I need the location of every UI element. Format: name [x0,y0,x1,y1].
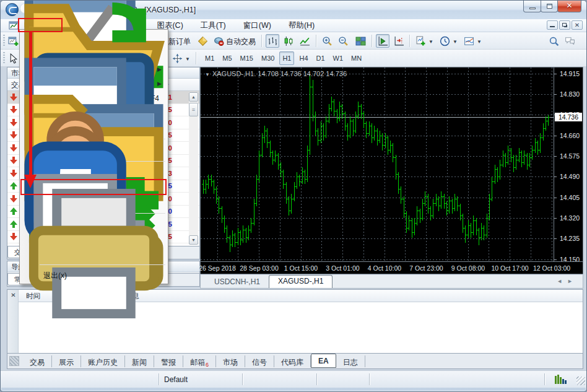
menu-item[interactable]: 窗口(W) [235,19,280,32]
chart-window[interactable]: 14.91514.83014.74514.66014.57514.49014.4… [200,67,583,274]
price-direction-arrow-icon [7,230,20,243]
time-tick-label: 4 Oct 10:00 [368,264,401,272]
time-tick-label: 7 Oct 23:00 [409,264,443,272]
toolbar-grip[interactable] [3,52,5,64]
tab-scroll-arrows[interactable]: ◄► [557,278,578,284]
annotation-box-file-menu [18,18,63,32]
timeframe-button[interactable]: H4 [296,51,311,65]
toolbar-grip[interactable] [3,35,5,47]
price-tick-label: 14.320 [560,214,580,222]
chart-document-icon [9,20,19,30]
mdi-minimize-button[interactable] [547,20,558,30]
chevron-down-icon[interactable]: ▼ [205,72,210,77]
menu-item[interactable]: 工具(T) [192,19,235,32]
mdi-restore-button[interactable] [559,20,570,30]
terminal-tab[interactable]: 市场 [216,355,245,367]
new-order-button[interactable]: 新订单 [168,37,191,47]
terminal-tab[interactable]: EA [311,354,336,368]
indicators-dropdown-icon[interactable]: ▼ [428,39,433,45]
terminal-tab[interactable]: 交易 [23,355,52,367]
terminal-tab[interactable]: 展示 [52,355,81,367]
app-logo-icon [6,3,19,16]
timeframe-bar: M1M5M15M30H1H4D1W1MN [202,51,365,65]
menu-item[interactable]: 帮助(H) [280,19,323,32]
restore-button[interactable] [541,1,558,12]
terminal-tab[interactable]: 日志 [336,355,365,367]
price-axis[interactable]: 14.91514.83014.74514.66014.57514.49014.4… [554,68,583,261]
price-direction-arrow-icon [7,167,20,180]
candlestick-mode-button[interactable] [282,34,295,48]
timeframe-button[interactable]: D1 [313,51,328,65]
panel-grip-icon[interactable] [9,356,19,366]
auto-scroll-button[interactable] [376,34,389,48]
price-tick-label: 14.830 [560,90,580,98]
file-menu-item[interactable] [20,246,168,261]
timeframe-button[interactable]: M5 [219,51,235,65]
mdi-restore-icon [562,23,567,27]
indicators-button[interactable] [414,34,427,48]
line-studies-button[interactable] [170,51,184,65]
templates-dropdown-icon[interactable]: ▼ [477,39,482,45]
timeframe-button[interactable]: M30 [258,51,277,65]
timeframe-button[interactable]: MN [348,51,365,65]
autotrading-icon[interactable] [212,34,225,48]
file-menu-item[interactable] [20,261,168,269]
resize-grip[interactable] [576,377,585,385]
scrollbar-thumb[interactable] [189,103,198,116]
market-watch-scrollbar[interactable]: ▲ ▼ [189,92,198,245]
periods-button[interactable] [438,34,451,48]
price-tick-label: 14.490 [560,173,580,180]
bar-chart-mode-button[interactable] [266,34,279,48]
terminal-close-icon[interactable]: ✕ [9,292,17,300]
timeframe-button[interactable]: H1 [279,51,294,65]
timeframe-button[interactable]: W1 [330,51,347,65]
terminal-tab[interactable]: 邮箱6 [183,355,216,367]
application-window: ProfitMarketHK-Live2 - [XAGUSD-,H1] ✕ 文件… [0,0,587,392]
time-tick-label: 9 Oct 08:00 [451,264,485,272]
zoom-in-button[interactable] [320,34,334,48]
line-studies-dropdown-icon[interactable]: ▼ [185,56,190,62]
chart-tab[interactable]: USDCNH-,H1 [206,276,269,288]
timeframe-button[interactable]: M1 [202,51,217,65]
time-tick-label: 1 Oct 15:00 [284,264,318,272]
terminal-tab[interactable]: 账户历史 [81,355,125,367]
search-icon[interactable] [547,34,560,48]
new-chart-button[interactable] [6,34,20,48]
price-direction-arrow-icon [7,205,20,217]
price-tick-label: 14.915 [560,70,580,77]
mdi-minimize-icon [550,26,555,27]
time-axis[interactable]: 26 Sep 201828 Sep 03:001 Oct 15:003 Oct … [201,261,583,274]
file-menu-item[interactable]: 退出(x) [20,269,168,284]
terminal-tab-bar: 交易 展示 账户历史 新闻 警报 邮箱6 [7,354,583,369]
price-direction-arrow-icon [7,193,20,205]
price-direction-arrow-icon [7,154,20,167]
close-button[interactable]: ✕ [557,1,581,12]
chat-icon[interactable] [563,34,576,48]
menu-item-icon [23,271,34,282]
mdi-close-button[interactable]: ✕ [572,20,583,30]
terminal-grip[interactable]: ✕ [7,290,19,353]
autotrading-button[interactable]: 自动交易 [226,37,256,47]
price-tick-label: 14.235 [560,235,580,242]
minimize-button[interactable] [523,1,541,12]
line-chart-mode-button[interactable] [298,34,311,48]
price-direction-arrow-icon [7,180,20,192]
minimize-icon [529,7,536,9]
tile-windows-button[interactable] [354,34,367,48]
cursor-tool-button[interactable] [6,51,20,65]
terminal-tab[interactable]: 新闻 [125,355,154,367]
terminal-tab[interactable]: 信号 [245,355,274,367]
templates-button[interactable] [462,34,476,48]
chart-tab[interactable]: XAGUSD-,H1 [269,275,333,288]
chart-shift-button[interactable] [392,34,406,48]
terminal-tab[interactable]: 代码库 [274,355,311,367]
profile-name[interactable]: Default [164,375,188,384]
terminal-tab[interactable]: 警报 [154,355,183,367]
metaeditor-button[interactable] [196,34,209,48]
scroll-up-icon[interactable]: ▲ [189,92,198,102]
periods-dropdown-icon[interactable]: ▼ [453,39,458,45]
zoom-out-button[interactable] [336,34,350,48]
candlestick-chart[interactable] [201,68,554,261]
scroll-down-icon[interactable]: ▼ [189,235,198,245]
timeframe-button[interactable]: M15 [237,51,256,65]
